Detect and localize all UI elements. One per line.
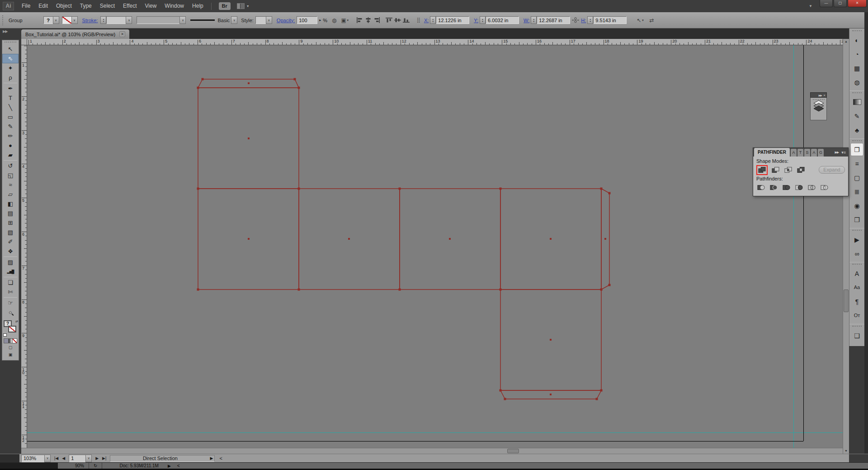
expand-button[interactable]: Expand	[819, 166, 845, 174]
brush-definition-field[interactable]	[137, 16, 180, 24]
zoom-level-field[interactable]: 103%	[21, 455, 45, 462]
arrange-icon[interactable]: ⇄	[649, 17, 654, 24]
dock-drag-handle[interactable]	[852, 92, 862, 94]
docked-panel-tab-0[interactable]: A	[791, 149, 797, 157]
menu-file[interactable]: File	[18, 0, 34, 12]
swatches-panel-icon[interactable]: ▦	[849, 61, 864, 75]
stroke-color-combo[interactable]: ∨	[62, 16, 78, 24]
docked-panel-tab-4[interactable]: G	[818, 149, 824, 157]
selection-tool[interactable]: ↖	[2, 44, 19, 54]
character-panel-icon[interactable]: A	[849, 266, 864, 280]
bridge-button[interactable]: Br	[219, 2, 231, 10]
appearance-panel-icon[interactable]: ◉	[849, 199, 864, 213]
scroll-down-icon[interactable]: ▼	[843, 448, 849, 454]
status-display[interactable]: Direct Selection ▶	[110, 455, 215, 462]
ruler-origin-box[interactable]	[21, 39, 27, 45]
pathfinder-panel-icon[interactable]: ❐	[850, 143, 863, 156]
spinner-down-icon[interactable]: ▾	[103, 20, 104, 23]
slice-tool[interactable]: ✄	[2, 287, 19, 297]
opacity-field[interactable]: 100	[297, 16, 317, 24]
docked-panel-tab-3[interactable]: A	[811, 149, 817, 157]
divide-button[interactable]	[756, 183, 766, 191]
unite-button[interactable]	[757, 166, 767, 174]
collapse-panel-icon[interactable]: ▶▶	[835, 151, 839, 154]
minimize-button[interactable]: —	[820, 0, 833, 7]
chevron-down-icon[interactable]: ∨	[85, 455, 92, 462]
color-button[interactable]	[4, 339, 9, 343]
titlebar-caret-icon[interactable]: ▼	[809, 4, 812, 8]
menu-select[interactable]: Select	[96, 0, 119, 12]
expand-panel-icon[interactable]: ▶▶	[819, 94, 822, 97]
status-collapse-icon[interactable]: <	[219, 456, 222, 461]
docked-panel-tab-1[interactable]: T	[797, 149, 803, 157]
workspace-switcher[interactable]: ▼	[237, 3, 250, 9]
w-link[interactable]: W:	[524, 18, 529, 23]
color-panel-icon[interactable]: ◐	[849, 33, 864, 47]
screen-mode-button[interactable]: ▣	[7, 352, 14, 358]
align-panel-icon[interactable]: ≡	[849, 157, 864, 171]
line-segment-tool[interactable]: ╲	[2, 103, 19, 112]
x-link[interactable]: X:	[424, 18, 429, 23]
vertical-scrollbar[interactable]: ▲ ▼	[843, 39, 849, 454]
menu-view[interactable]: View	[141, 0, 161, 12]
stroke-none-swatch[interactable]	[8, 326, 16, 332]
stroke-panel-icon[interactable]: ≣	[849, 185, 864, 199]
chevron-down-icon[interactable]: ∨	[266, 16, 272, 24]
align-top-icon[interactable]	[386, 17, 392, 23]
dock-drag-handle[interactable]	[852, 140, 862, 142]
first-artboard-icon[interactable]: |◀	[54, 456, 58, 461]
collapsed-panel-body[interactable]	[810, 98, 827, 120]
menu-type[interactable]: Type	[76, 0, 96, 12]
document-tab[interactable]: Box_Tutorial.ai* @ 103% (RGB/Preview) ✕	[21, 29, 129, 39]
direct-selection-tool[interactable]: ⇖	[2, 54, 19, 63]
menu-edit[interactable]: Edit	[34, 0, 52, 12]
previous-artboard-icon[interactable]: ◀	[62, 456, 65, 461]
recolor-artwork-icon[interactable]: ◍	[332, 17, 336, 24]
symbol-sprayer-tool[interactable]: ▨	[2, 257, 19, 267]
dock-drag-handle[interactable]	[852, 230, 862, 232]
actions-panel-icon[interactable]: ▶	[849, 233, 864, 247]
y-stepper[interactable]: ▴▾	[480, 16, 486, 24]
paintbrush-tool[interactable]: ✎	[2, 122, 19, 131]
stroke-none-swatch[interactable]	[62, 16, 72, 24]
restore-button[interactable]: ▢	[834, 0, 847, 7]
artboards-panel-icon[interactable]: ❑	[849, 328, 864, 342]
w-stepper[interactable]: ▴▾	[531, 16, 537, 24]
paragraph-panel-icon[interactable]: ¶	[849, 294, 864, 309]
artboard-number-field[interactable]: 1	[69, 455, 86, 462]
w-value-field[interactable]: 12.2687 in	[537, 16, 570, 24]
align-center-icon[interactable]	[365, 17, 372, 23]
h-link[interactable]: H:	[581, 18, 586, 23]
chevron-down-icon[interactable]: ∨	[71, 16, 78, 24]
spinner-down-icon[interactable]: ▾	[482, 20, 483, 23]
opentype-panel-icon[interactable]: Oт	[849, 309, 864, 323]
panel-menu-icon[interactable]: ▾≡	[841, 150, 846, 155]
constrain-proportions-link-icon[interactable]	[572, 17, 579, 23]
character-styles-panel-icon[interactable]: Aa	[849, 280, 864, 294]
control-bar-drag-handle[interactable]	[2, 15, 4, 25]
brushes-panel-icon[interactable]: ✎	[849, 109, 864, 123]
x-stepper[interactable]: ▴▾	[430, 16, 436, 24]
color-guide-panel-icon[interactable]: ◔	[849, 47, 864, 61]
shape-builder-tool[interactable]: ◧	[2, 199, 19, 209]
x-value-field[interactable]: 12.1226 in	[436, 16, 469, 24]
width-tool[interactable]: ≈	[2, 180, 19, 190]
eraser-tool[interactable]: ▰	[2, 150, 19, 160]
gradient-panel-icon[interactable]	[849, 95, 864, 109]
dock-drag-handle[interactable]	[852, 30, 862, 32]
spinner-down-icon[interactable]: ▾	[433, 20, 434, 23]
tab-close-icon[interactable]: ✕	[119, 31, 125, 37]
next-artboard-icon[interactable]: ▶	[95, 456, 99, 461]
close-button[interactable]: ✕	[848, 0, 867, 7]
canvas[interactable]	[27, 45, 843, 448]
gradient-button[interactable]	[9, 339, 13, 343]
blend-tool[interactable]: ❖	[2, 247, 19, 256]
free-transform-tool[interactable]: ▱	[2, 190, 19, 199]
crop-button[interactable]	[794, 183, 804, 191]
fill-color-combo[interactable]: ?∨	[43, 16, 59, 24]
lasso-tool[interactable]: ρ	[2, 73, 19, 82]
default-fill-stroke-icon[interactable]	[3, 333, 7, 337]
type-tool[interactable]: T	[2, 93, 19, 103]
vertical-scrollbar-thumb[interactable]	[844, 290, 849, 312]
pen-tool[interactable]: ✒	[2, 84, 19, 93]
